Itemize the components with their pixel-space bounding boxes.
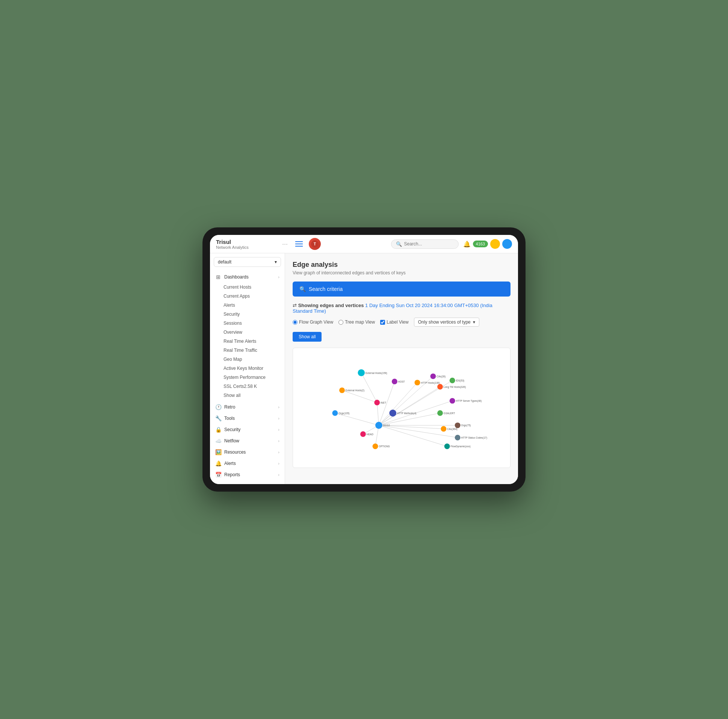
more-options-icon[interactable]: ··· <box>282 240 288 248</box>
device-screen: Trisul Network Analytics ··· T 🔍 <box>210 235 518 484</box>
netflow-arrow-icon: › <box>278 438 280 443</box>
svg-point-30 <box>389 410 396 417</box>
alert-count-badge[interactable]: 4163 <box>473 241 488 247</box>
svg-line-2 <box>361 373 377 403</box>
svg-text:HOST: HOST <box>398 380 405 383</box>
svg-text:OPTIONS: OPTIONS <box>379 445 390 448</box>
svg-text:External Hosts(2): External Hosts(2) <box>346 389 364 392</box>
sidebar-item-reports[interactable]: 📅 Reports › <box>210 469 285 480</box>
svg-text:Long TM Hosts(326): Long TM Hosts(326) <box>444 386 466 389</box>
showing-line: ⇄ Showing edges and vertices 1 Day Endin… <box>293 302 511 314</box>
device-frame: Trisul Network Analytics ··· T 🔍 <box>202 227 526 492</box>
svg-text:GSALERT: GSALERT <box>444 412 455 415</box>
svg-text:CAs(28): CAs(28) <box>436 375 445 378</box>
vertices-type-dropdown[interactable]: Only show vertices of type ▾ <box>414 317 479 327</box>
retro-icon: 🕐 <box>215 404 221 410</box>
sidebar-netflow-label: Netflow <box>224 438 239 443</box>
sidebar-security-label: Security <box>224 427 240 432</box>
netflow-icon: ☁️ <box>215 438 221 444</box>
page-subtitle: View graph of interconnected edges and v… <box>293 270 511 276</box>
tree-map-label: Tree map View <box>345 319 375 325</box>
sidebar: default ▾ ⊞ Dashboards › Current Hosts C… <box>210 253 285 484</box>
alerts-arrow-icon: › <box>278 461 280 466</box>
flow-graph-radio[interactable] <box>293 320 298 325</box>
svg-point-26 <box>374 400 380 406</box>
vertices-dropdown-chevron: ▾ <box>473 319 475 325</box>
reports-arrow-icon: › <box>278 472 280 477</box>
sidebar-reports-label: Reports <box>224 472 240 477</box>
svg-text:External Hosts(159): External Hosts(159) <box>366 372 387 375</box>
sidebar-item-geo-map[interactable]: Geo Map <box>210 355 285 364</box>
flow-graph-label: Flow Graph View <box>299 319 333 325</box>
sidebar-item-active-keys-monitor[interactable]: Active Keys Monitor <box>210 364 285 373</box>
search-icon: 🔍 <box>396 241 402 247</box>
search-criteria-icon: 🔍 <box>300 286 306 292</box>
svg-text:Orgs(135): Orgs(135) <box>338 412 349 415</box>
app-name: Trisul <box>216 239 276 245</box>
tree-map-radio[interactable] <box>338 320 343 325</box>
svg-point-56 <box>444 443 450 449</box>
search-bar[interactable]: 🔍 <box>391 239 459 249</box>
user-icon-blue[interactable] <box>502 239 512 249</box>
show-all-button[interactable]: Show all <box>293 332 321 342</box>
tree-map-view-option[interactable]: Tree map View <box>338 319 375 325</box>
sidebar-item-overview[interactable]: Overview <box>210 328 285 337</box>
svg-point-52 <box>455 422 460 428</box>
sidebar-retro-label: Retro <box>224 405 235 410</box>
app-name-section: Trisul Network Analytics <box>216 239 276 250</box>
user-icon-yellow[interactable] <box>490 239 500 249</box>
workspace-dropdown[interactable]: default ▾ <box>214 257 281 267</box>
main-layout: default ▾ ⊞ Dashboards › Current Hosts C… <box>210 253 518 484</box>
share-icon: ⇄ <box>293 302 298 308</box>
label-view-option[interactable]: Label View <box>380 319 409 325</box>
reports-icon: 📅 <box>215 472 221 478</box>
sidebar-tools-label: Tools <box>224 416 235 421</box>
flow-graph-view-option[interactable]: Flow Graph View <box>293 319 333 325</box>
svg-text:HTTP Server Types(48): HTTP Server Types(48) <box>456 400 482 403</box>
label-view-label: Label View <box>387 319 409 325</box>
search-input[interactable] <box>404 241 454 247</box>
sidebar-resources-label: Resources <box>224 449 246 455</box>
resources-arrow-icon: › <box>278 450 280 454</box>
sidebar-item-alerts[interactable]: Alerts <box>210 300 285 310</box>
svg-point-48 <box>450 398 455 404</box>
svg-point-20 <box>358 369 365 376</box>
svg-point-36 <box>373 443 378 449</box>
sidebar-item-ssl-certs[interactable]: SSL Certs2.58 K <box>210 382 285 391</box>
sidebar-item-sessions[interactable]: Sessions <box>210 319 285 328</box>
sidebar-item-security[interactable]: Security <box>210 310 285 319</box>
alerts-icon: 🔔 <box>215 460 221 466</box>
sidebar-item-real-time-traffic[interactable]: Real Time Traffic <box>210 346 285 355</box>
sidebar-item-netflow[interactable]: ☁️ Netflow › <box>210 435 285 446</box>
sidebar-item-resources[interactable]: 🖼️ Resources › <box>210 446 285 458</box>
sidebar-item-retro[interactable]: 🕐 Retro › <box>210 402 285 413</box>
svg-point-50 <box>440 426 446 431</box>
sidebar-item-dashboards[interactable]: ⊞ Dashboards › <box>210 271 285 283</box>
hamburger-menu[interactable] <box>295 241 303 247</box>
retro-arrow-icon: › <box>278 405 280 409</box>
label-view-checkbox[interactable] <box>380 320 385 325</box>
view-controls: Flow Graph View Tree map View Label View… <box>293 317 511 342</box>
sidebar-item-system-performance[interactable]: System Performance <box>210 373 285 382</box>
bell-icon[interactable]: 🔔 <box>463 241 471 248</box>
search-criteria-bar[interactable]: 🔍 Search criteria <box>293 282 511 297</box>
sidebar-item-current-hosts[interactable]: Current Hosts <box>210 283 285 292</box>
svg-text:HTTP Methods(4): HTTP Methods(4) <box>397 412 417 415</box>
sidebar-item-current-apps[interactable]: Current Apps <box>210 292 285 300</box>
svg-text:FlowDynamic(xxx): FlowDynamic(xxx) <box>451 445 471 448</box>
svg-point-54 <box>455 435 460 440</box>
svg-text:HEAD: HEAD <box>367 433 373 435</box>
tools-arrow-icon: › <box>278 416 280 420</box>
sidebar-item-real-time-alerts[interactable]: Real Time Alerts <box>210 337 285 346</box>
top-bar: Trisul Network Analytics ··· T 🔍 <box>210 235 518 253</box>
sidebar-item-security-main[interactable]: 🔒 Security › <box>210 424 285 435</box>
vertices-dropdown-label: Only show vertices of type <box>418 319 471 325</box>
svg-point-38 <box>414 380 420 385</box>
svg-point-32 <box>375 422 382 429</box>
sidebar-item-alerts-main[interactable]: 🔔 Alerts › <box>210 458 285 469</box>
svg-text:INET: INET <box>381 402 386 404</box>
sidebar-item-show-all[interactable]: Show all <box>210 391 285 400</box>
workspace-value: default <box>218 259 231 265</box>
svg-text:CAs(364): CAs(364) <box>447 428 457 431</box>
sidebar-item-tools[interactable]: 🔧 Tools › <box>210 413 285 424</box>
